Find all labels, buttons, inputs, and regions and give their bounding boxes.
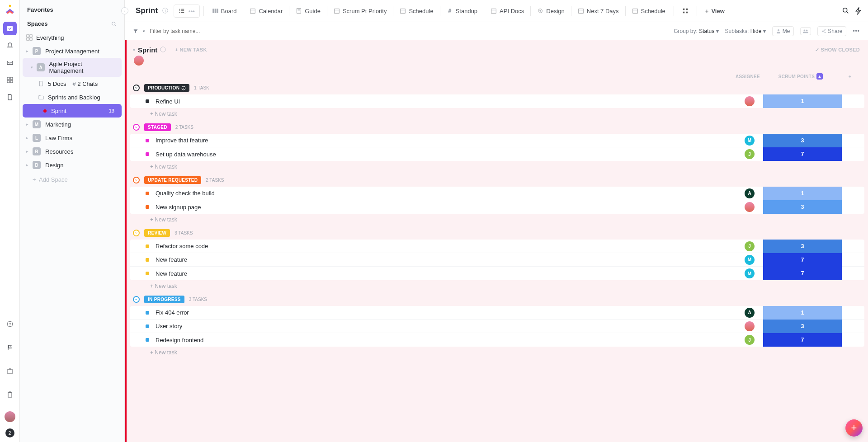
task-row[interactable]: Improve that feature M 3	[130, 134, 864, 147]
new-task-row[interactable]: + New task	[130, 108, 864, 118]
new-task-row[interactable]: + New task	[130, 347, 864, 357]
task-points-cell[interactable]: 1	[763, 94, 842, 108]
rail-help-button[interactable]: ?	[3, 317, 17, 331]
task-row[interactable]: Redesign frontend J 7	[130, 333, 864, 347]
task-row[interactable]: New feature M 7	[130, 267, 864, 280]
sidebar-space-resources[interactable]: ▸RResources	[20, 145, 124, 158]
rail-inbox-button[interactable]	[3, 56, 17, 70]
assignee-avatar[interactable]	[745, 96, 755, 106]
rail-goals-button[interactable]	[3, 341, 17, 354]
status-collapse-toggle[interactable]	[133, 85, 140, 91]
task-status-square[interactable]	[146, 324, 149, 328]
new-task-button[interactable]: + NEW TASK	[175, 47, 207, 52]
assignee-avatar[interactable]: J	[745, 241, 755, 251]
group-by-control[interactable]: Group by: Status ▾	[674, 28, 718, 34]
create-task-fab[interactable]: +	[845, 419, 863, 437]
task-points-cell[interactable]: 3	[763, 320, 842, 333]
view-tab-scrum-pt-priority[interactable]: Scrum Pt Priority	[329, 5, 392, 17]
task-points-cell[interactable]: 1	[763, 306, 842, 320]
task-points-cell[interactable]: 7	[763, 333, 842, 347]
task-status-square[interactable]	[146, 192, 149, 195]
col-assignee[interactable]: ASSIGNEE	[734, 74, 761, 79]
view-tab-calendar[interactable]: Calendar	[245, 5, 287, 17]
task-row[interactable]: New feature M 7	[130, 253, 864, 267]
filter-caret[interactable]: ▾	[143, 29, 145, 33]
task-row[interactable]: Set up data warehouse J 7	[130, 147, 864, 161]
view-tab-list[interactable]: •••	[174, 5, 200, 18]
rail-home-button[interactable]	[3, 22, 17, 35]
task-row[interactable]: Refine UI 1	[130, 94, 864, 108]
view-tab-next-7-days[interactable]: Next 7 Days	[573, 5, 623, 17]
assignees-filter-button[interactable]	[800, 27, 811, 35]
status-header[interactable]: PRODUCTION 1 TASK	[130, 83, 864, 93]
view-tab-guide[interactable]: Guide	[291, 5, 325, 17]
task-status-square[interactable]	[146, 272, 149, 275]
status-header[interactable]: IN PROGRESS 3 TASKS	[130, 295, 864, 304]
assignee-avatar[interactable]	[745, 321, 755, 331]
status-header[interactable]: REVIEW 3 TASKS	[130, 228, 864, 238]
list-owner-avatar[interactable]	[134, 56, 144, 66]
view-tab-board[interactable]: Board	[208, 5, 241, 17]
filter-input[interactable]	[150, 28, 222, 34]
filter-icon[interactable]	[133, 28, 138, 34]
sidebar-everything[interactable]: Everything	[20, 31, 124, 44]
task-row[interactable]: Quality check the build A 1	[130, 187, 864, 200]
sidebar-space-law-firms[interactable]: ▸LLaw Firms	[20, 131, 124, 145]
new-task-row[interactable]: + New task	[130, 214, 864, 224]
task-points-cell[interactable]: 7	[763, 267, 842, 280]
me-filter-button[interactable]: Me	[772, 26, 794, 36]
rail-notifications-button[interactable]	[3, 39, 17, 52]
task-row[interactable]: Refactor some code J 3	[130, 240, 864, 253]
view-tab-standup[interactable]: #Standup	[442, 5, 482, 17]
view-switcher-button[interactable]	[678, 5, 693, 17]
status-collapse-toggle[interactable]	[133, 230, 140, 236]
task-points-cell[interactable]: 1	[763, 187, 842, 200]
task-status-square[interactable]	[146, 139, 149, 142]
task-points-cell[interactable]: 7	[763, 147, 842, 161]
status-collapse-toggle[interactable]	[133, 124, 140, 131]
col-scrum-points[interactable]: SCRUM POINTS▲	[761, 73, 840, 80]
rail-briefcase-button[interactable]	[3, 364, 17, 378]
assignee-avatar[interactable]: M	[745, 136, 755, 146]
rail-notification-count[interactable]: 2	[5, 428, 14, 437]
task-status-square[interactable]	[146, 338, 149, 342]
sidebar-space-marketing[interactable]: ▸MMarketing	[20, 118, 124, 131]
sidebar-collapse-toggle[interactable]: ‹	[121, 7, 128, 14]
assignee-avatar[interactable]: M	[745, 268, 755, 278]
task-points-cell[interactable]: 7	[763, 253, 842, 267]
view-tab-schedule[interactable]: Schedule	[395, 5, 438, 17]
sort-icon[interactable]: ▲	[816, 73, 823, 80]
sidebar-folder[interactable]: Sprints and Backlog	[20, 90, 124, 104]
sidebar-add-space[interactable]: + Add Space	[20, 172, 124, 188]
task-row[interactable]: New signup page 3	[130, 200, 864, 214]
sidebar-spaces-header[interactable]: Spaces	[20, 17, 124, 31]
search-icon[interactable]	[111, 21, 117, 27]
automations-icon[interactable]	[854, 7, 863, 15]
status-collapse-toggle[interactable]	[133, 296, 140, 303]
view-options-icon[interactable]: •••	[189, 8, 195, 14]
new-task-row[interactable]: + New task	[130, 280, 864, 290]
task-status-square[interactable]	[146, 205, 149, 209]
task-row[interactable]: Fix 404 error A 1	[130, 306, 864, 320]
rail-user-avatar[interactable]	[5, 411, 15, 422]
add-view-button[interactable]: + View	[701, 5, 729, 17]
sidebar-space-agile-project-management[interactable]: ▾AAgile Project Management	[23, 58, 122, 77]
status-collapse-toggle[interactable]	[133, 177, 140, 183]
search-icon[interactable]	[842, 7, 850, 15]
assignee-avatar[interactable]: J	[745, 149, 755, 159]
assignee-avatar[interactable]: A	[745, 188, 755, 198]
view-tab-schedule[interactable]: Schedule	[627, 5, 670, 17]
rail-docs-button[interactable]	[3, 90, 17, 104]
more-options-button[interactable]: •••	[853, 28, 860, 34]
sidebar-favorites-header[interactable]: Favorites	[20, 3, 124, 17]
show-closed-toggle[interactable]: ✓ SHOW CLOSED	[815, 47, 860, 53]
task-points-cell[interactable]: 3	[763, 240, 842, 253]
task-status-square[interactable]	[146, 245, 149, 248]
rail-clipboard-button[interactable]	[3, 388, 17, 401]
share-button[interactable]: Share	[817, 26, 846, 36]
info-icon[interactable]: ⓘ	[162, 7, 168, 15]
status-header[interactable]: UPDATE REQUESTED 2 TASKS	[130, 175, 864, 185]
sidebar-space-design[interactable]: ▸DDesign	[20, 158, 124, 172]
list-info-icon[interactable]: ⓘ	[160, 46, 166, 54]
view-tab-design[interactable]: Design	[533, 5, 569, 17]
